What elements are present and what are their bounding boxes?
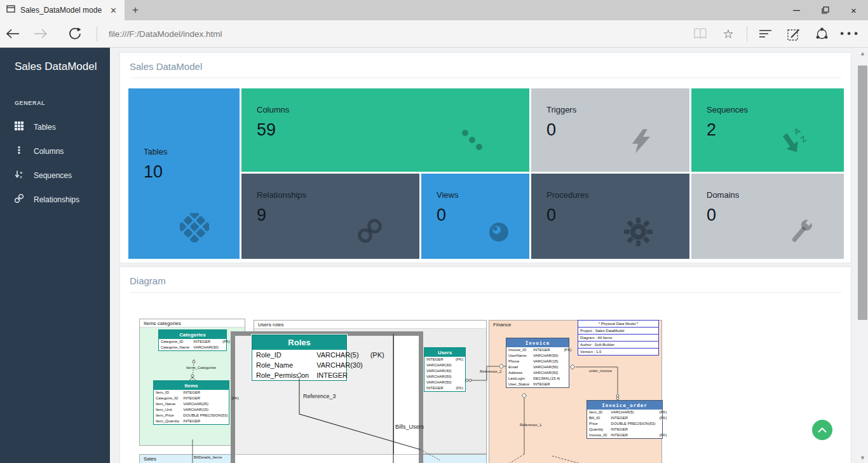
relationship-label-order_invoice: order_invoice: [589, 369, 612, 373]
entity-table-invoice[interactable]: InvoiceInvoice_IDINTEGER(PK)UserNameVARC…: [506, 338, 569, 388]
column-name: Address: [506, 370, 531, 376]
tile-domains[interactable]: Domains0: [691, 174, 844, 259]
column-type: VARCHAR(25): [181, 401, 229, 407]
relationship-label-items_categories: Items_Categories: [186, 366, 216, 370]
svg-text:z: z: [20, 175, 22, 179]
column-key: (PK): [657, 415, 668, 421]
column-key: [220, 345, 232, 350]
column-name: Item_ID: [587, 410, 609, 415]
browser-tab[interactable]: Sales_DataModel mode ✕: [0, 0, 125, 20]
window-minimize-button[interactable]: [782, 0, 811, 20]
tile-triggers[interactable]: Triggers0: [531, 88, 689, 172]
relationship-label-reference_1: Reference_1: [520, 423, 541, 427]
sidebar: Sales DataModel GENERAL TablesColumnsazS…: [0, 48, 110, 463]
column-key: [562, 370, 573, 376]
hub-icon[interactable]: [755, 23, 776, 45]
sidebar-item-tables[interactable]: Tables: [0, 115, 110, 139]
column-key: [657, 421, 668, 427]
column-key: [229, 407, 241, 413]
entity-table-items[interactable]: ItemsItem_IDINTEGERCategorie_IDINTEGER(F…: [153, 380, 229, 425]
column-key: [454, 374, 465, 380]
column-type: VARCHAR(30): [313, 360, 367, 370]
table-header: Roles: [252, 335, 346, 350]
entity-table-users[interactable]: UsersINTEGER(PK)VARCHAR(30)VARCHAR(40)VA…: [424, 347, 466, 392]
column-key: [562, 376, 573, 382]
column-type: VARCHAR(15): [181, 407, 229, 413]
column-type: DOUBLE PRECISION(53): [609, 421, 657, 427]
column-type: INTEGER: [609, 427, 657, 432]
scrollbar-thumb[interactable]: [858, 66, 867, 320]
scrollbar-down-arrow[interactable]: ▼: [857, 452, 868, 463]
column-type: DECIMAL(15,4): [531, 376, 562, 382]
info-row: Diagram : All Items: [578, 335, 658, 342]
window-restore-button[interactable]: [811, 0, 839, 20]
column-type: VARCHAR(5): [313, 350, 367, 360]
column-type: INTEGER: [531, 347, 562, 353]
scroll-to-top-button[interactable]: [812, 420, 832, 440]
column-type: VARCHAR(50): [531, 370, 562, 376]
favorites-star-icon[interactable]: ☆: [717, 23, 739, 45]
relationship-label-billdetails_items: BillDetails_Items: [194, 455, 222, 459]
sidebar-item-relationships[interactable]: Relationships: [0, 188, 110, 212]
column-key: [454, 368, 465, 374]
sidebar-item-columns[interactable]: Columns: [0, 139, 110, 163]
chain-link-icon: [356, 217, 384, 247]
divider: [130, 78, 841, 78]
relationship-label-reference_3: Reference_3: [303, 393, 336, 399]
entity-table-categories[interactable]: CategoriesCategorie_IDINTEGER(PK)Categor…: [158, 329, 227, 351]
tables-grid-icon: [15, 121, 24, 133]
settings-ellipsis-icon[interactable]: • • •: [839, 23, 860, 45]
refresh-button[interactable]: [62, 22, 88, 46]
lightning-icon: [630, 128, 653, 156]
tab-close-icon[interactable]: ✕: [107, 6, 119, 15]
scrollbar-up-arrow[interactable]: ▲: [857, 48, 868, 59]
svg-text:a: a: [20, 170, 23, 174]
toolbar-divider: [747, 26, 747, 41]
tile-value: 0: [546, 120, 689, 140]
column-type: INTEGER: [609, 432, 657, 438]
window-close-button[interactable]: ×: [839, 0, 868, 20]
column-key: [657, 427, 668, 432]
column-key: (PK): [367, 350, 388, 360]
column-key: [229, 418, 241, 424]
tile-relationships[interactable]: Relationships9: [241, 174, 419, 259]
sidebar-title: Sales DataModel: [0, 60, 110, 73]
column-key: (PK): [562, 347, 573, 353]
reading-view-icon[interactable]: [689, 23, 711, 45]
tile-sequences[interactable]: Sequences2AZ: [691, 88, 844, 172]
entity-table-roles[interactable]: RolesRole_IDVARCHAR(5)(PK)Role_NameVARCH…: [252, 335, 347, 381]
sidebar-item-label: Columns: [34, 147, 64, 156]
column-name: Invoice_ID: [506, 347, 531, 353]
column-name: Role_ID: [252, 350, 313, 360]
navbar-divider: [97, 26, 97, 41]
entity-table-invoice_order[interactable]: Invoice_orderItem_IDVARCHAR(5)(PK)Bill_I…: [587, 400, 663, 439]
tile-value: 0: [546, 205, 689, 225]
sidebar-item-label: Relationships: [34, 195, 79, 204]
er-diagram[interactable]: Items categoriesUsers rolesFinanceSalesC…: [139, 319, 852, 463]
tab-title: Sales_DataModel mode: [20, 6, 102, 15]
column-name: Phone: [506, 359, 531, 364]
tile-label: Relationships: [257, 190, 419, 200]
back-button[interactable]: [0, 22, 25, 46]
dots-diagonal-icon: [459, 127, 485, 155]
column-key: [229, 390, 241, 396]
diagram-card: Diagram Items categoriesUsers rolesFinan…: [119, 266, 851, 463]
forward-button[interactable]: [28, 22, 53, 46]
column-name: Categorie_ID: [159, 339, 191, 345]
table-header: Items: [154, 381, 229, 390]
tile-procedures[interactable]: Procedures0: [531, 174, 689, 259]
tile-columns[interactable]: Columns59: [241, 88, 529, 172]
web-note-icon[interactable]: [783, 23, 804, 45]
new-tab-button[interactable]: +: [125, 0, 146, 20]
tile-value: 0: [437, 205, 529, 225]
tile-tables[interactable]: Tables10: [128, 88, 240, 259]
sort-az-icon: AZ: [780, 126, 811, 159]
share-icon[interactable]: [811, 23, 832, 45]
sidebar-item-sequences[interactable]: azSequences: [0, 163, 110, 188]
page-scrollbar[interactable]: ▲ ▼: [857, 48, 868, 463]
address-bar[interactable]: file:///F:/DataModel/index.html: [109, 29, 689, 39]
main-content: Sales DataModel Tables10Columns59Trigger…: [110, 48, 857, 463]
columns-dots-icon: [15, 146, 24, 157]
tile-views[interactable]: Views0: [421, 174, 529, 259]
column-key: [562, 382, 573, 387]
